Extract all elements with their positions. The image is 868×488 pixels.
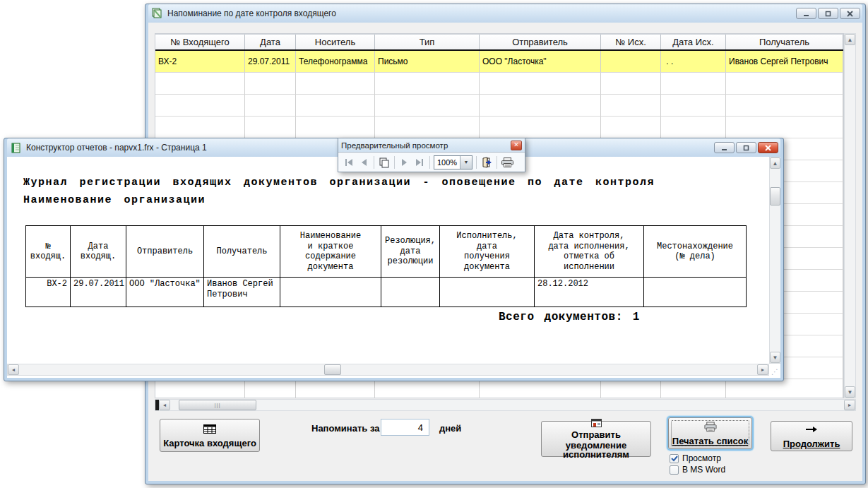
table-cell [601, 379, 661, 398]
print-list-button[interactable]: Печатать список [668, 417, 752, 449]
send-notification-line2: исполнителям [563, 449, 629, 460]
main-vertical-scrollbar[interactable]: ▲ ▼ [844, 33, 856, 398]
column-header[interactable]: Тип [375, 35, 480, 49]
column-header[interactable]: Получатель [726, 35, 843, 49]
report-column-header: Получатель [204, 226, 280, 278]
app-icon [150, 7, 163, 20]
scroll-right-button[interactable]: ▸ [844, 400, 855, 410]
zoom-select[interactable]: 100% ▼ [434, 155, 472, 169]
table-cell [661, 117, 726, 138]
first-page-icon[interactable] [343, 156, 355, 169]
report-vertical-scrollbar[interactable]: ▲ ▼ [769, 157, 780, 364]
main-horizontal-scrollbar[interactable]: ◂ ||| ▸ [155, 399, 856, 411]
preview-toolbar-titlebar[interactable]: Предварительный просмотр ✕ [338, 138, 525, 153]
report-close-button[interactable] [758, 142, 778, 153]
report-page: Журнал регистрации входящих документов о… [7, 157, 780, 378]
column-header[interactable]: № Входящего [155, 35, 245, 49]
report-cell [381, 278, 440, 307]
report-restore-button[interactable] [736, 142, 756, 153]
column-header[interactable]: Дата Исх. [661, 35, 726, 49]
resize-grip[interactable]: ⋰ [770, 367, 780, 377]
exit-preview-icon[interactable] [480, 156, 493, 169]
report-hscroll-thumb[interactable] [324, 364, 341, 375]
continue-button[interactable]: Продолжить [771, 421, 852, 451]
table-cell [375, 73, 480, 95]
report-cell: 29.07.2011 [71, 278, 126, 307]
prev-page-icon[interactable] [357, 156, 370, 169]
separator [476, 156, 477, 169]
scroll-thumb[interactable]: ||| [179, 400, 256, 410]
column-header[interactable]: Отправитель [480, 35, 601, 49]
msword-checkbox[interactable]: В MS Word [670, 465, 725, 475]
report-column-header: Дата контроля, дата исполнения, отметка … [535, 226, 644, 278]
report-icon [9, 141, 22, 154]
report-scroll-left-button[interactable]: ◂ [8, 364, 19, 375]
report-minimize-button[interactable] [714, 142, 735, 153]
table-cell [661, 73, 726, 95]
minimize-button[interactable] [796, 8, 816, 19]
printer-icon [704, 420, 717, 433]
report-table-header: № входящ.Дата входящ.ОтправительПолучате… [26, 226, 747, 278]
table-cell [375, 95, 480, 117]
preview-close-icon[interactable]: ✕ [511, 141, 522, 150]
next-page-icon[interactable] [398, 156, 411, 169]
scroll-left-button[interactable]: ◂ [159, 400, 170, 410]
send-notification-button[interactable]: Отправить уведомление исполнителям [541, 421, 651, 457]
table-cell: Телефонограмма [296, 51, 375, 73]
scroll-down-button[interactable]: ▼ [845, 386, 855, 398]
table-row[interactable] [155, 73, 843, 95]
table-cell [155, 95, 245, 117]
preview-checkbox[interactable]: Просмотр [670, 453, 721, 463]
table-row[interactable] [155, 95, 843, 117]
zoom-dropdown-icon[interactable]: ▼ [460, 156, 472, 169]
last-page-icon[interactable] [413, 156, 426, 169]
print-list-label: Печатать список [672, 436, 748, 446]
close-button[interactable] [840, 8, 860, 19]
table-cell: ВХ-2 [155, 51, 245, 73]
table-cell [296, 117, 375, 138]
pages-icon[interactable] [378, 156, 391, 169]
column-header[interactable]: Дата [245, 35, 296, 49]
preview-checkbox-box[interactable] [670, 454, 679, 463]
report-column-header: Исполнитель, дата получения документа [440, 226, 535, 278]
table-cell [726, 73, 843, 95]
table-cell [661, 379, 726, 398]
notification-icon [590, 418, 602, 428]
main-window-titlebar[interactable]: Напоминание по дате контроля входящего [148, 4, 862, 23]
report-cell [644, 278, 747, 307]
print-preview-icon[interactable] [501, 156, 513, 169]
report-window: Конструктор отчетов - napvx1.frx - Стран… [4, 138, 784, 381]
report-scroll-up-button[interactable]: ▲ [770, 157, 780, 169]
table-row-selected[interactable]: ВХ-229.07.2011ТелефонограммаПисьмоООО "Л… [155, 51, 843, 73]
report-column-header: Местонахождение (№ дела) [644, 226, 747, 278]
report-horizontal-scrollbar[interactable]: ◂ ▸ [7, 364, 769, 376]
report-scroll-down-button[interactable]: ▼ [770, 352, 780, 363]
restore-button[interactable] [818, 8, 838, 19]
table-row[interactable] [155, 117, 843, 138]
report-cell: ВХ-2 [26, 278, 71, 307]
separator [374, 156, 374, 169]
report-column-header: Наименование и краткое содержание докуме… [280, 226, 381, 278]
report-column-header: Отправитель [126, 226, 204, 278]
remind-days-input[interactable] [381, 419, 429, 436]
table-cell [601, 73, 661, 95]
table-cell [726, 95, 843, 117]
table-cell [375, 379, 480, 398]
incoming-card-label: Карточка входящего [163, 438, 256, 448]
incoming-card-button[interactable]: Карточка входящего [160, 419, 260, 452]
column-header[interactable]: № Исх. [601, 35, 661, 49]
report-heading-line2: Наименование организации [23, 194, 206, 206]
report-cell: Иванов Сергей Петрович [204, 278, 280, 307]
remind-label: Напоминать за [311, 423, 379, 434]
column-header[interactable]: Носитель [296, 35, 375, 49]
report-column-header: Дата входящ. [71, 226, 126, 278]
table-cell [375, 117, 480, 138]
msword-checkbox-box[interactable] [670, 465, 679, 475]
table-row[interactable] [155, 379, 843, 398]
report-vscroll-thumb[interactable] [770, 187, 780, 206]
table-cell [661, 95, 726, 117]
separator [394, 156, 395, 169]
table-header-row: № ВходящегоДатаНосительТипОтправитель№ И… [155, 34, 843, 51]
report-scroll-right-button[interactable]: ▸ [757, 364, 768, 375]
scroll-up-button[interactable]: ▲ [845, 34, 855, 45]
